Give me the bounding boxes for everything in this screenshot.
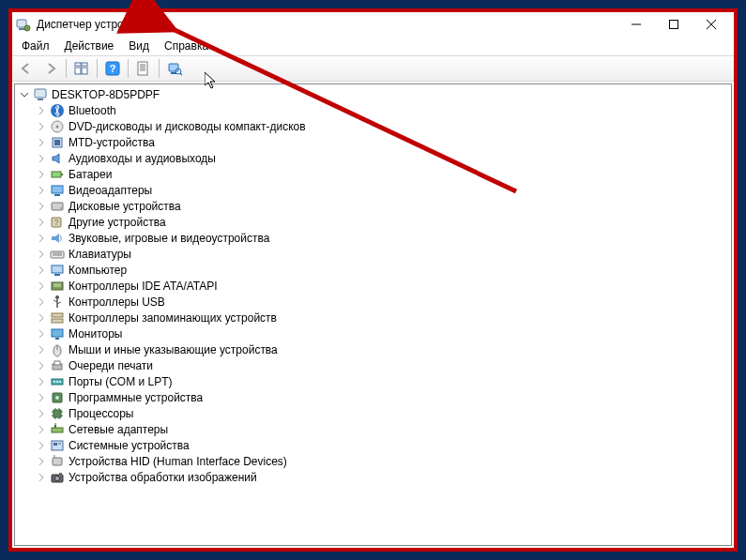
- computer-icon: [33, 87, 48, 102]
- svg-point-63: [59, 381, 61, 383]
- tree-item[interactable]: Аудиовходы и аудиовыходы: [15, 150, 731, 166]
- expand-icon[interactable]: [36, 392, 47, 403]
- menu-action[interactable]: Действие: [59, 38, 120, 54]
- expand-icon[interactable]: [36, 312, 47, 324]
- tree-item[interactable]: Компьютер: [15, 262, 731, 278]
- window-controls: [617, 12, 730, 37]
- tree-item-label: Мыши и иные указывающие устройства: [69, 343, 278, 356]
- tree-item[interactable]: Системные устройства: [15, 437, 731, 453]
- tree-item-label: Дисковые устройства: [69, 200, 181, 213]
- tree-item[interactable]: Bluetooth: [15, 102, 731, 118]
- expand-icon[interactable]: [36, 376, 47, 387]
- svg-rect-44: [54, 274, 60, 276]
- tree-item-label: MTD-устройства: [69, 136, 155, 149]
- expand-icon[interactable]: [36, 105, 47, 116]
- expand-icon[interactable]: [36, 185, 47, 196]
- system-icon: [50, 438, 65, 453]
- tree-item-label: Bluetooth: [69, 104, 116, 117]
- svg-rect-33: [52, 186, 63, 193]
- expand-icon[interactable]: [36, 408, 47, 419]
- expand-icon[interactable]: [36, 424, 47, 435]
- expand-icon[interactable]: [36, 121, 47, 132]
- menu-view[interactable]: Вид: [123, 38, 155, 54]
- menu-help[interactable]: Справка: [159, 38, 214, 54]
- close-button[interactable]: [693, 12, 730, 37]
- svg-line-5: [707, 20, 716, 29]
- menu-file[interactable]: Файл: [16, 38, 55, 54]
- tree-item[interactable]: Дисковые устройства: [15, 198, 731, 214]
- expand-icon[interactable]: [36, 249, 47, 260]
- help-button[interactable]: ?: [101, 57, 124, 80]
- tree-item[interactable]: ?Другие устройства: [15, 214, 731, 230]
- svg-rect-59: [54, 361, 60, 365]
- expand-icon[interactable]: [36, 440, 47, 451]
- tree-item-label: Видеоадаптеры: [69, 184, 152, 197]
- tree-item-label: Компьютер: [69, 264, 127, 277]
- port-icon: [50, 374, 65, 389]
- device-tree[interactable]: DESKTOP-8D5PDPF BluetoothDVD-дисководы и…: [14, 83, 732, 546]
- expand-icon[interactable]: [36, 472, 47, 483]
- svg-rect-8: [82, 63, 87, 74]
- svg-rect-1: [19, 28, 24, 30]
- properties-button[interactable]: [132, 57, 155, 80]
- monitor-icon: [50, 326, 65, 341]
- maximize-button[interactable]: [655, 12, 693, 37]
- tree-item[interactable]: Устройства обработки изображений: [15, 469, 731, 485]
- expand-icon[interactable]: [36, 137, 47, 148]
- tree-item[interactable]: DVD-дисководы и дисководы компакт-дисков: [15, 118, 731, 134]
- tree-item[interactable]: Программные устройства: [15, 389, 731, 405]
- tree-root-row[interactable]: DESKTOP-8D5PDPF: [15, 86, 731, 102]
- svg-rect-53: [52, 319, 63, 323]
- tree-item[interactable]: Батареи: [15, 166, 731, 182]
- svg-rect-79: [53, 443, 57, 446]
- minimize-button[interactable]: [617, 12, 655, 37]
- expand-icon[interactable]: [36, 201, 47, 212]
- back-button[interactable]: [15, 57, 38, 80]
- tree-item[interactable]: Порты (COM и LPT): [15, 373, 731, 389]
- tree-item[interactable]: Очереди печати: [15, 357, 731, 373]
- show-hide-console-button[interactable]: [70, 57, 93, 80]
- tree-item[interactable]: Звуковые, игровые и видеоустройства: [15, 230, 731, 246]
- svg-rect-43: [52, 265, 63, 273]
- audio-icon: [50, 151, 65, 166]
- tree-item-label: Клавиатуры: [69, 248, 131, 261]
- tree-item[interactable]: Сетевые адаптеры: [15, 421, 731, 437]
- expand-icon[interactable]: [36, 344, 47, 356]
- expand-icon[interactable]: [36, 265, 47, 276]
- tree-item[interactable]: Мониторы: [15, 325, 731, 341]
- expand-icon[interactable]: [36, 456, 47, 467]
- expand-icon[interactable]: [36, 233, 47, 244]
- svg-point-48: [55, 295, 59, 299]
- tree-item[interactable]: Процессоры: [15, 405, 731, 421]
- tree-item[interactable]: Устройства HID (Human Interface Devices): [15, 453, 731, 469]
- tree-item[interactable]: Видеоадаптеры: [15, 182, 731, 198]
- scan-hardware-button[interactable]: [163, 57, 186, 80]
- expand-icon[interactable]: [36, 360, 47, 371]
- collapse-icon[interactable]: [19, 89, 30, 100]
- expand-icon[interactable]: [36, 153, 47, 164]
- svg-rect-20: [169, 64, 178, 71]
- display-icon: [50, 183, 65, 198]
- forward-button[interactable]: [39, 57, 62, 80]
- tree-item[interactable]: Контроллеры IDE ATA/ATAPI: [15, 278, 731, 294]
- tree-item[interactable]: Мыши и иные указывающие устройства: [15, 341, 731, 357]
- tree-item-label: Контроллеры запоминающих устройств: [69, 311, 277, 325]
- svg-point-2: [24, 25, 30, 31]
- expand-icon[interactable]: [36, 296, 47, 308]
- ide-icon: [50, 279, 65, 294]
- svg-rect-31: [52, 172, 61, 177]
- expand-icon[interactable]: [36, 217, 47, 228]
- expand-icon[interactable]: [36, 328, 47, 340]
- toolbar-separator: [159, 59, 160, 78]
- svg-rect-39: [52, 236, 55, 240]
- expand-icon[interactable]: [36, 169, 47, 180]
- tree-item[interactable]: Клавиатуры: [15, 246, 731, 262]
- expand-icon[interactable]: [36, 280, 47, 292]
- toolbar-separator: [97, 59, 98, 78]
- tree-item[interactable]: MTD-устройства: [15, 134, 731, 150]
- svg-rect-34: [54, 194, 60, 196]
- tree-item-label: Аудиовходы и аудиовыходы: [69, 152, 216, 165]
- tree-item[interactable]: Контроллеры запоминающих устройств: [15, 310, 731, 325]
- svg-rect-66: [53, 410, 61, 417]
- tree-item[interactable]: Контроллеры USB: [15, 294, 731, 310]
